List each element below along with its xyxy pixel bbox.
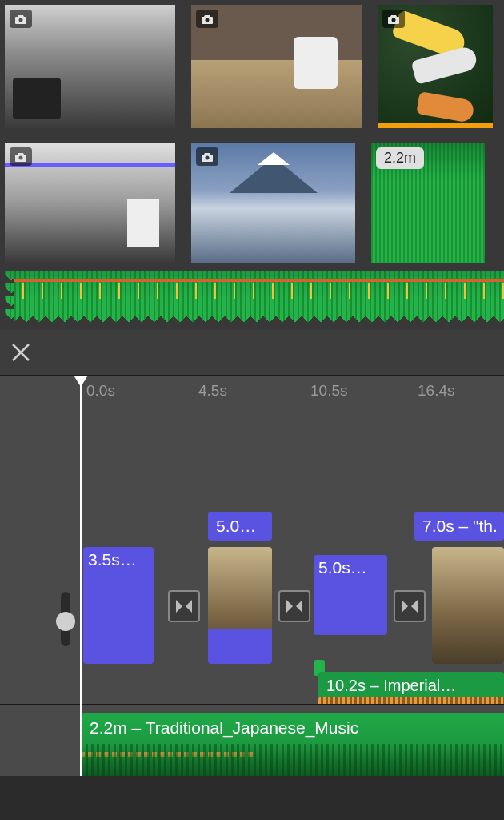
media-thumb-4[interactable]	[5, 143, 175, 263]
ruler-tick: 16.4s	[418, 382, 454, 400]
close-button[interactable]	[6, 338, 35, 367]
transition-icon[interactable]	[278, 590, 310, 622]
clips-area: 5.0… 7.0s – "th. 3.5s… 5.0s… 10.2s – Imp…	[0, 512, 504, 736]
camera-icon	[196, 10, 218, 28]
audio-strip[interactable]	[5, 271, 504, 325]
audio-thumb[interactable]: 2.2m	[371, 143, 485, 263]
title-clip[interactable]: 5.0…	[208, 512, 272, 541]
transition-icon[interactable]	[168, 590, 200, 622]
music-clip[interactable]: 2.2m – Traditional_Japanese_Music	[80, 713, 504, 776]
music-track: 2.2m – Traditional_Japanese_Music	[0, 704, 504, 776]
camera-icon	[10, 147, 32, 166]
title-clip-label: 5.0…	[216, 517, 256, 535]
media-thumb-3[interactable]	[378, 5, 493, 128]
ruler-tick: 10.5s	[310, 382, 347, 400]
ruler-tick: 0.0s	[86, 382, 115, 400]
zoom-knob[interactable]	[56, 612, 75, 631]
video-clip-label: 5.0s…	[318, 558, 367, 577]
camera-icon	[10, 10, 32, 28]
media-browser: 2.2m	[0, 0, 504, 330]
audio-thumb-duration: 2.2m	[376, 147, 424, 169]
music-clip-label: 2.2m – Traditional_Japanese_Music	[90, 718, 358, 738]
media-thumb-2[interactable]	[191, 5, 362, 128]
media-thumb-5[interactable]	[191, 143, 355, 263]
transition-icon[interactable]	[394, 590, 426, 622]
video-clip[interactable]	[432, 547, 504, 664]
video-clip[interactable]: 3.5s…	[83, 547, 154, 664]
title-clip-label: 7.0s – "th.	[422, 517, 498, 535]
close-row	[0, 330, 504, 375]
playhead[interactable]	[80, 376, 82, 776]
video-clip[interactable]	[208, 547, 272, 664]
title-clip[interactable]: 7.0s – "th.	[414, 512, 504, 541]
timeline[interactable]: 0.0s 4.5s 10.5s 16.4s 5.0… 7.0s – "th. 3…	[0, 376, 504, 776]
playhead-marker-icon[interactable]	[73, 376, 89, 387]
video-clip[interactable]: 5.0s…	[314, 555, 387, 635]
audio-clip-label: 10.2s – Imperial…	[326, 677, 456, 694]
camera-icon	[196, 147, 218, 166]
media-row-2: 2.2m	[5, 143, 499, 263]
audio-clip[interactable]: 10.2s – Imperial…	[318, 672, 504, 700]
camera-icon	[382, 10, 405, 28]
media-thumb-1[interactable]	[5, 5, 175, 128]
video-clip-label: 3.5s…	[88, 550, 137, 569]
ruler-tick: 4.5s	[198, 382, 227, 400]
media-row-1	[5, 5, 499, 128]
